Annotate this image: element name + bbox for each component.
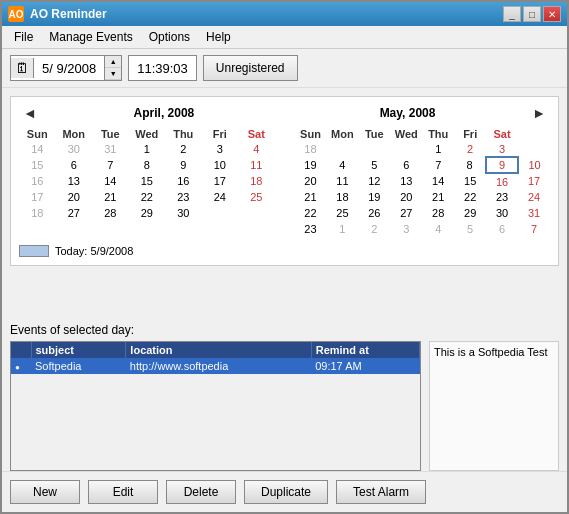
edit-button[interactable]: Edit (88, 480, 158, 504)
table-row[interactable]: 28 (422, 205, 454, 221)
table-row[interactable]: 19 (358, 189, 390, 205)
table-row[interactable]: 31 (92, 141, 129, 157)
calendar-next-button[interactable]: ► (528, 105, 550, 121)
restore-button[interactable]: □ (523, 6, 541, 22)
table-row[interactable]: 22 (295, 205, 327, 221)
table-row[interactable]: 29 (129, 205, 166, 221)
table-row[interactable]: 15 (454, 173, 486, 189)
close-button[interactable]: ✕ (543, 6, 561, 22)
table-row[interactable]: 29 (454, 205, 486, 221)
table-row[interactable]: 7 (518, 221, 550, 237)
table-row[interactable]: 3 (202, 141, 239, 157)
table-row[interactable]: 2 (165, 141, 202, 157)
main-window: AO AO Reminder _ □ ✕ File Manage Events … (0, 0, 569, 514)
table-row[interactable]: 17 (518, 173, 550, 189)
event-row[interactable]: ● Softpedia http://www.softpedia 09:17 A… (11, 358, 420, 375)
menu-help[interactable]: Help (198, 28, 239, 46)
table-row[interactable]: 21 (422, 189, 454, 205)
table-row[interactable]: 10 (202, 157, 239, 173)
table-row[interactable]: 8 (129, 157, 166, 173)
table-row[interactable]: 6 (390, 157, 422, 173)
table-row[interactable]: 27 (56, 205, 93, 221)
table-row (390, 141, 422, 157)
table-row[interactable]: 16 (165, 173, 202, 189)
table-row[interactable]: 21 (295, 189, 327, 205)
table-row[interactable]: 31 (518, 205, 550, 221)
unregistered-button[interactable]: Unregistered (203, 55, 298, 81)
table-row[interactable]: 25 (238, 189, 275, 205)
duplicate-button[interactable]: Duplicate (244, 480, 328, 504)
table-row[interactable]: 20 (56, 189, 93, 205)
table-row[interactable]: 17 (19, 189, 56, 205)
table-row[interactable]: 14 (422, 173, 454, 189)
table-row[interactable]: 15 (129, 173, 166, 189)
table-row[interactable]: 23 (165, 189, 202, 205)
col-thu-may: Thu (422, 127, 454, 141)
delete-button[interactable]: Delete (166, 480, 236, 504)
table-row[interactable]: 3 (390, 221, 422, 237)
table-row[interactable]: 11 (326, 173, 358, 189)
table-row[interactable]: 9 (165, 157, 202, 173)
new-button[interactable]: New (10, 480, 80, 504)
table-row[interactable]: 10 (518, 157, 550, 173)
table-row[interactable]: 7 (422, 157, 454, 173)
table-row[interactable]: 24 (518, 189, 550, 205)
menu-manage-events[interactable]: Manage Events (41, 28, 140, 46)
date-spin-up[interactable]: ▲ (105, 56, 121, 68)
selected-day-cell[interactable]: 9 (486, 157, 518, 173)
table-row[interactable]: 21 (92, 189, 129, 205)
table-row[interactable]: 13 (390, 173, 422, 189)
table-row[interactable]: 6 (486, 221, 518, 237)
table-row[interactable]: 30 (165, 205, 202, 221)
test-alarm-button[interactable]: Test Alarm (336, 480, 426, 504)
table-row[interactable]: 18 (326, 189, 358, 205)
table-row[interactable]: 14 (19, 141, 56, 157)
table-row[interactable]: 11 (238, 157, 275, 173)
menu-options[interactable]: Options (141, 28, 198, 46)
table-row[interactable]: 12 (358, 173, 390, 189)
table-row[interactable]: 16 (486, 173, 518, 189)
table-row[interactable]: 22 (454, 189, 486, 205)
table-row[interactable]: 23 (295, 221, 327, 237)
date-spin-down[interactable]: ▼ (105, 68, 121, 80)
table-row[interactable]: 14 (92, 173, 129, 189)
table-row[interactable]: 30 (56, 141, 93, 157)
table-row[interactable]: 30 (486, 205, 518, 221)
table-row[interactable]: 26 (358, 205, 390, 221)
table-row[interactable]: 4 (238, 141, 275, 157)
table-row[interactable]: 13 (56, 173, 93, 189)
menu-file[interactable]: File (6, 28, 41, 46)
table-row[interactable]: 1 (326, 221, 358, 237)
april-calendar: Sun Mon Tue Wed Thu Fri Sat 14 (19, 127, 275, 237)
table-row[interactable]: 6 (56, 157, 93, 173)
table-row[interactable]: 5 (358, 157, 390, 173)
table-row[interactable]: 28 (92, 205, 129, 221)
table-row[interactable]: 20 (390, 189, 422, 205)
table-row[interactable]: 2 (358, 221, 390, 237)
table-row[interactable]: 5 (454, 221, 486, 237)
table-row[interactable]: 15 (19, 157, 56, 173)
table-row[interactable]: 18 (19, 205, 56, 221)
today-indicator (19, 245, 49, 257)
table-row[interactable]: 4 (326, 157, 358, 173)
table-row[interactable]: 27 (390, 205, 422, 221)
table-row[interactable]: 20 (295, 173, 327, 189)
table-row[interactable]: 17 (202, 173, 239, 189)
table-row[interactable]: 7 (92, 157, 129, 173)
table-row[interactable]: 16 (19, 173, 56, 189)
minimize-button[interactable]: _ (503, 6, 521, 22)
table-row[interactable]: 8 (454, 157, 486, 173)
table-row[interactable]: 1 (129, 141, 166, 157)
table-row[interactable]: 25 (326, 205, 358, 221)
table-row[interactable]: 1 (422, 141, 454, 157)
calendar-prev-button[interactable]: ◄ (19, 105, 41, 121)
table-row[interactable]: 3 (486, 141, 518, 157)
table-row[interactable]: 23 (486, 189, 518, 205)
table-row[interactable]: 22 (129, 189, 166, 205)
table-row[interactable]: 18 (238, 173, 275, 189)
table-row[interactable]: 4 (422, 221, 454, 237)
table-row[interactable]: 18 (295, 141, 327, 157)
table-row[interactable]: 19 (295, 157, 327, 173)
table-row[interactable]: 24 (202, 189, 239, 205)
table-row[interactable]: 2 (454, 141, 486, 157)
